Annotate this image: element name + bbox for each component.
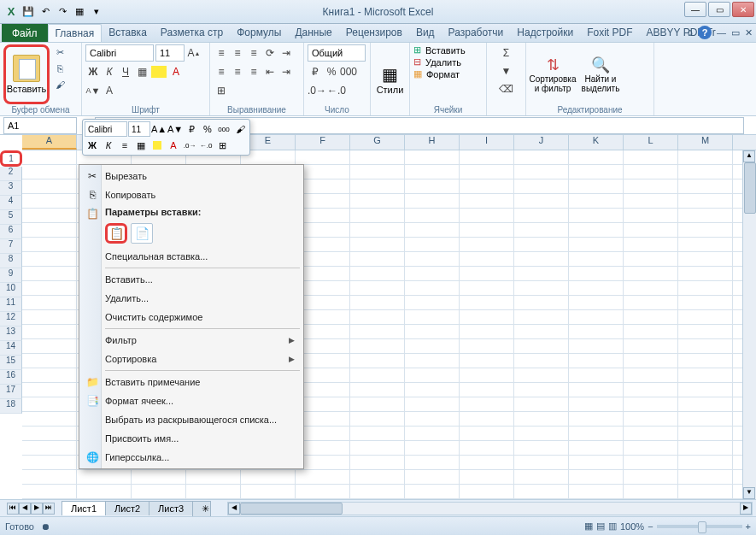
paste-button[interactable]: Вставить	[3, 44, 50, 104]
row-header-1[interactable]: 1	[0, 150, 22, 167]
find-select-button[interactable]: 🔍 Найти и выделить	[577, 44, 624, 104]
col-header-f[interactable]: F	[296, 135, 350, 150]
sheet-nav-first-icon[interactable]: ⏮	[7, 503, 19, 515]
scroll-up-icon[interactable]: ▲	[743, 150, 755, 162]
cells-format-label[interactable]: Формат	[426, 69, 460, 79]
sort-filter-button[interactable]: ⇅ Сортировка и фильтр	[530, 44, 576, 104]
row-header-11[interactable]: 11	[0, 297, 22, 312]
comma-icon[interactable]: 000	[340, 63, 357, 80]
mini-italic-icon[interactable]: К	[101, 138, 116, 153]
align-right-icon[interactable]: ≡	[246, 63, 261, 80]
cm-sort[interactable]: Сортировка▶	[81, 350, 302, 368]
mini-bold-icon[interactable]: Ж	[85, 138, 100, 153]
format-painter-icon[interactable]: 🖌	[51, 77, 68, 92]
scroll-right-icon[interactable]: ▶	[740, 503, 752, 515]
number-format-combo[interactable]: Общий	[308, 44, 366, 62]
cm-copy[interactable]: ⎘ Копировать	[81, 185, 302, 204]
doc-minimize-icon[interactable]: —	[717, 27, 726, 38]
view-normal-icon[interactable]: ▦	[584, 521, 593, 532]
clear-icon[interactable]: ⌫	[490, 80, 522, 97]
tab-formulas[interactable]: Формулы	[230, 24, 288, 42]
doc-close-icon[interactable]: ✕	[745, 27, 753, 38]
cm-clear[interactable]: Очистить содержимое	[81, 308, 302, 327]
cm-cut[interactable]: ✂ Вырезать	[81, 167, 302, 185]
doc-restore-icon[interactable]: ▭	[731, 27, 740, 38]
save-icon[interactable]: 💾	[21, 4, 36, 20]
horizontal-scrollbar[interactable]: ◀ ▶	[227, 502, 753, 515]
merge-icon[interactable]: ⊞	[214, 82, 229, 99]
minimize-button[interactable]: —	[684, 2, 706, 17]
sheet-tab-3[interactable]: Лист3	[149, 501, 193, 515]
mini-format-painter-icon[interactable]: 🖌	[232, 121, 248, 137]
percent-icon[interactable]: %	[324, 63, 339, 80]
paste-option-values[interactable]: 📄	[131, 223, 153, 244]
col-header-j[interactable]: J	[514, 135, 569, 150]
mini-merge-icon[interactable]: ⊞	[214, 138, 230, 153]
col-header-k[interactable]: K	[569, 135, 624, 150]
maximize-button[interactable]: ▭	[708, 2, 730, 17]
align-bottom-icon[interactable]: ≡	[246, 44, 261, 62]
font-a-icon[interactable]: A	[102, 82, 117, 99]
cm-comment[interactable]: 📁 Вставить примечание	[81, 373, 302, 391]
excel-icon[interactable]: X	[3, 4, 19, 20]
zoom-level[interactable]: 100%	[620, 521, 644, 532]
sheet-nav-last-icon[interactable]: ⏭	[43, 503, 55, 515]
tab-page-layout[interactable]: Разметка стр	[154, 24, 230, 42]
cm-dropdown-select[interactable]: Выбрать из раскрывающегося списка...	[81, 410, 302, 429]
paste-option-default[interactable]: 📋	[105, 223, 127, 244]
font-size-combo[interactable]: 11	[155, 44, 185, 62]
file-tab[interactable]: Файл	[2, 24, 48, 42]
mini-fill-icon[interactable]	[149, 138, 165, 153]
mini-comma-icon[interactable]: 000	[216, 121, 231, 137]
tab-addins[interactable]: Надстройки	[510, 24, 580, 42]
row-header-9[interactable]: 9	[0, 268, 22, 283]
zoom-out-icon[interactable]: −	[648, 521, 653, 532]
increase-decimal-icon[interactable]: .0→	[308, 82, 326, 99]
cm-paste-special[interactable]: Специальная вставка...	[81, 247, 302, 266]
tab-view[interactable]: Вид	[409, 24, 442, 42]
styles-button[interactable]: ▦ Стили	[374, 44, 406, 114]
decrease-decimal-icon[interactable]: ←.0	[327, 82, 346, 99]
col-header-g[interactable]: G	[350, 135, 405, 150]
cells-insert-label[interactable]: Вставить	[425, 45, 466, 56]
view-page-icon[interactable]: ▤	[596, 521, 605, 532]
align-top-icon[interactable]: ≡	[214, 44, 229, 62]
row-header-2[interactable]: 2	[0, 167, 22, 181]
mini-shrink-font-icon[interactable]: A▼	[167, 121, 183, 137]
autosum-icon[interactable]: Σ	[490, 44, 522, 62]
col-header-m[interactable]: M	[678, 135, 733, 150]
align-middle-icon[interactable]: ≡	[230, 44, 245, 62]
underline-button[interactable]: Ч	[118, 63, 133, 80]
mini-align-icon[interactable]: ≡	[117, 138, 132, 153]
align-left-icon[interactable]: ≡	[214, 63, 229, 80]
qat-icon-1[interactable]: ▦	[72, 4, 87, 20]
cm-insert[interactable]: Вставить...	[81, 270, 302, 289]
name-box[interactable]: A1	[3, 117, 77, 134]
mini-currency-icon[interactable]: ₽	[184, 121, 199, 137]
mini-grow-font-icon[interactable]: A▲	[151, 121, 167, 137]
sheet-tab-2[interactable]: Лист2	[105, 501, 149, 515]
cells-delete-label[interactable]: Удалить	[425, 57, 461, 68]
view-break-icon[interactable]: ▥	[608, 521, 617, 532]
col-header-i[interactable]: I	[460, 135, 514, 150]
tab-foxit[interactable]: Foxit PDF	[580, 24, 639, 42]
row-header-6[interactable]: 6	[0, 225, 22, 239]
row-header-3[interactable]: 3	[0, 181, 22, 196]
row-header-15[interactable]: 15	[0, 356, 22, 370]
cm-delete[interactable]: Удалить...	[81, 289, 302, 308]
redo-icon[interactable]: ↷	[55, 4, 70, 20]
fill-down-icon[interactable]: ▼	[490, 62, 522, 79]
cm-hyperlink[interactable]: 🌐 Гиперссылка...	[81, 448, 302, 467]
row-header-14[interactable]: 14	[0, 341, 22, 356]
cells-insert-icon[interactable]: ⊞	[413, 44, 421, 56]
mini-percent-icon[interactable]: %	[200, 121, 215, 137]
font-name-combo[interactable]: Calibri	[85, 44, 154, 62]
row-header-4[interactable]: 4	[0, 196, 22, 210]
col-header-a[interactable]: A	[22, 135, 77, 150]
orientation-icon[interactable]: ⟳	[262, 44, 278, 62]
cm-filter[interactable]: Фильтр▶	[81, 331, 302, 350]
shrink-font-icon[interactable]: A▼	[85, 82, 101, 99]
wrap-text-icon[interactable]: ⇥	[278, 44, 294, 62]
row-header-12[interactable]: 12	[0, 312, 22, 327]
tab-insert[interactable]: Вставка	[102, 24, 154, 42]
